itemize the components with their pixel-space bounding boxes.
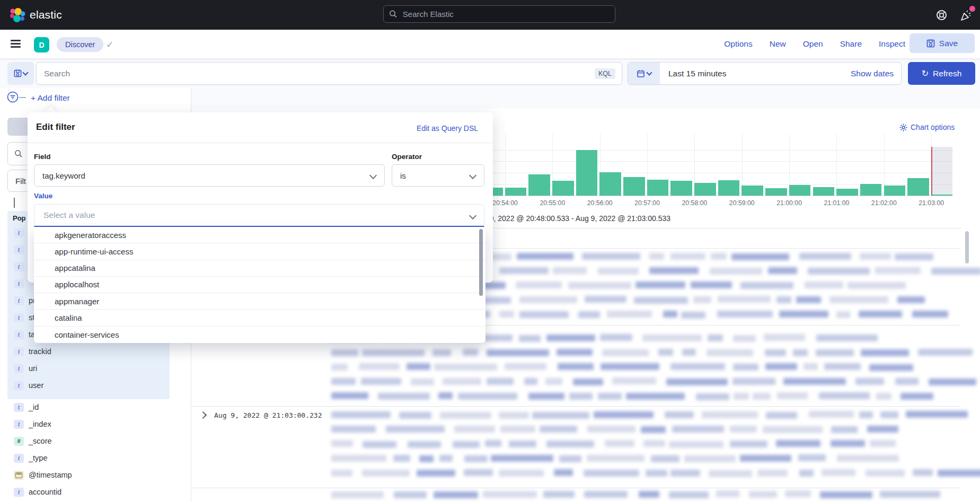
toolbar-link-new[interactable]: New bbox=[770, 39, 786, 49]
date-picker: Last 15 minutes Show dates bbox=[628, 62, 902, 85]
save-button-label: Save bbox=[939, 39, 958, 48]
field-list-item[interactable]: t_type bbox=[11, 451, 167, 465]
value-option[interactable]: apkgeneratoraccess bbox=[34, 227, 485, 243]
toolbar-link-inspect[interactable]: Inspect bbox=[879, 39, 905, 49]
redacted-text bbox=[805, 281, 844, 288]
value-combobox[interactable] bbox=[34, 204, 484, 227]
redacted-text bbox=[785, 490, 811, 497]
redacted-text bbox=[453, 441, 480, 448]
redacted-text bbox=[808, 268, 870, 275]
space-avatar[interactable]: D bbox=[34, 37, 49, 52]
redacted-text bbox=[897, 296, 925, 303]
dropdown-scrollbar[interactable] bbox=[479, 229, 483, 296]
search-icon bbox=[389, 10, 398, 19]
redacted-text bbox=[634, 297, 688, 304]
field-list-item[interactable]: ttrackid bbox=[11, 345, 167, 358]
field-name: uri bbox=[29, 364, 37, 373]
redacted-text bbox=[663, 311, 677, 318]
histogram-bar bbox=[528, 174, 550, 196]
query-input[interactable] bbox=[43, 68, 595, 79]
quick-select-button[interactable] bbox=[628, 63, 660, 84]
redacted-text bbox=[809, 411, 854, 418]
redacted-text bbox=[646, 470, 667, 477]
menu-icon[interactable] bbox=[11, 40, 21, 48]
field-list-item[interactable]: t_index bbox=[11, 417, 167, 431]
refresh-button[interactable]: ↻ Refresh bbox=[908, 62, 975, 85]
help-icon[interactable] bbox=[935, 9, 948, 21]
news-feed-icon[interactable] bbox=[959, 9, 973, 22]
redacted-text bbox=[732, 378, 775, 385]
redacted-text bbox=[866, 470, 905, 477]
field-list-item[interactable]: turi bbox=[11, 362, 167, 375]
value-input[interactable] bbox=[42, 210, 484, 221]
toolbar-link-open[interactable]: Open bbox=[803, 39, 823, 49]
redacted-text bbox=[458, 393, 517, 400]
chevron-down-icon bbox=[646, 69, 652, 75]
chart-options-label: Chart options bbox=[911, 123, 955, 131]
redacted-text bbox=[487, 349, 549, 356]
redacted-text bbox=[831, 426, 858, 433]
redacted-text bbox=[670, 470, 700, 477]
value-option[interactable]: container-services bbox=[34, 327, 485, 343]
redacted-text bbox=[669, 441, 723, 448]
value-option[interactable]: appcatalina bbox=[34, 260, 485, 277]
doc-expand-chevron[interactable] bbox=[199, 411, 207, 419]
refresh-icon: ↻ bbox=[922, 69, 929, 78]
field-list-item[interactable]: @timestamp bbox=[11, 468, 167, 482]
save-button[interactable]: Save bbox=[910, 33, 975, 53]
elastic-logo[interactable]: elastic bbox=[10, 7, 62, 23]
text-field-icon: t bbox=[14, 381, 24, 390]
histogram-bar bbox=[789, 185, 811, 196]
saved-query-menu-button[interactable] bbox=[7, 62, 34, 85]
chevron-down-icon bbox=[22, 69, 28, 75]
field-list-item[interactable]: #_score bbox=[11, 434, 167, 448]
redacted-text bbox=[669, 491, 708, 498]
add-filter-link[interactable]: + Add filter bbox=[31, 93, 70, 103]
histogram-bar bbox=[623, 177, 645, 196]
field-combobox[interactable]: tag.keyword bbox=[34, 164, 385, 187]
redacted-text bbox=[764, 334, 805, 341]
field-list-item[interactable]: tuser bbox=[11, 378, 167, 392]
text-field-icon: t bbox=[14, 262, 24, 271]
redacted-text bbox=[831, 440, 866, 447]
save-icon bbox=[926, 39, 935, 48]
filter-by-type-label: Filt bbox=[15, 177, 26, 186]
redacted-text bbox=[434, 491, 478, 498]
redacted-text bbox=[733, 335, 755, 342]
chart-baseline bbox=[481, 196, 952, 196]
toolbar-link-options[interactable]: Options bbox=[724, 39, 752, 49]
redacted-text bbox=[505, 363, 546, 370]
redacted-text bbox=[734, 393, 749, 400]
global-search[interactable] bbox=[383, 5, 615, 23]
operator-combobox[interactable]: is bbox=[392, 164, 484, 187]
chevron-down-icon[interactable] bbox=[14, 198, 15, 207]
breadcrumb[interactable]: Discover bbox=[57, 37, 103, 52]
redacted-text bbox=[407, 363, 430, 370]
redacted-text bbox=[546, 334, 595, 341]
value-option[interactable]: appmanager bbox=[34, 293, 485, 310]
redacted-text bbox=[859, 411, 873, 418]
redacted-text bbox=[573, 378, 603, 385]
field-list-item[interactable]: t_id bbox=[11, 400, 167, 414]
toolbar-link-share[interactable]: Share bbox=[840, 39, 862, 49]
value-option[interactable]: catalina bbox=[34, 310, 485, 326]
time-range-value[interactable]: Last 15 minutes bbox=[668, 69, 726, 78]
value-option[interactable]: app-runtime-ui-access bbox=[34, 243, 485, 260]
redacted-text bbox=[331, 364, 348, 371]
value-option[interactable]: applocalhost bbox=[34, 277, 485, 293]
redacted-text bbox=[691, 281, 732, 288]
field-list-item[interactable]: taccountid bbox=[11, 485, 167, 499]
redacted-text bbox=[386, 426, 445, 433]
redacted-text bbox=[709, 470, 752, 477]
edit-as-query-dsl-link[interactable]: Edit as Query DSL bbox=[417, 124, 478, 133]
redacted-text bbox=[847, 282, 906, 289]
redacted-text bbox=[696, 393, 729, 400]
show-dates-link[interactable]: Show dates bbox=[851, 69, 894, 78]
chart-options-button[interactable]: Chart options bbox=[899, 123, 955, 131]
redacted-text bbox=[491, 455, 553, 462]
page-scrollbar[interactable] bbox=[965, 231, 969, 263]
global-search-input[interactable] bbox=[402, 9, 610, 19]
kql-badge[interactable]: KQL bbox=[595, 68, 615, 79]
filter-menu-icon[interactable] bbox=[7, 91, 19, 103]
redacted-text bbox=[485, 440, 501, 447]
